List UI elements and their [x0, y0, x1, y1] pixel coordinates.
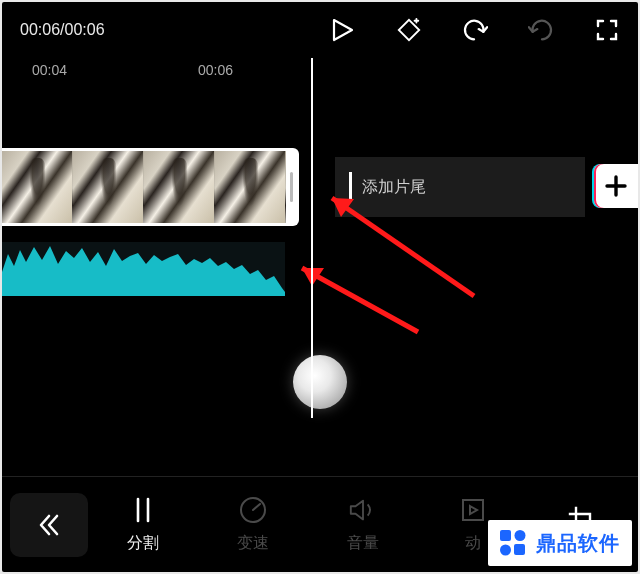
- svg-point-8: [500, 545, 511, 556]
- timeline-ruler[interactable]: 00:04 00:06: [2, 58, 638, 86]
- tool-split[interactable]: 分割: [88, 495, 198, 554]
- video-clip[interactable]: [2, 148, 299, 226]
- ruler-mark: 00:04: [32, 62, 67, 78]
- watermark: 鼎品软件: [488, 520, 632, 566]
- tool-speed[interactable]: 变速: [198, 495, 308, 554]
- tool-label: 动: [465, 533, 481, 554]
- svg-rect-6: [500, 530, 511, 541]
- add-ending-clip[interactable]: 添加片尾: [335, 157, 585, 217]
- redo-button[interactable]: [528, 17, 554, 43]
- timeline[interactable]: 添加片尾: [2, 86, 638, 456]
- tool-label: 变速: [237, 533, 269, 554]
- fullscreen-button[interactable]: [594, 17, 620, 43]
- back-button[interactable]: [10, 493, 88, 557]
- video-editor-app: 00:06/00:06: [2, 2, 638, 572]
- time-display: 00:06/00:06: [20, 21, 105, 39]
- undo-button[interactable]: [462, 17, 488, 43]
- clip-thumbnail: [215, 151, 286, 223]
- watermark-logo-icon: [496, 526, 530, 560]
- annotation-arrow: [278, 254, 428, 344]
- end-clip-label: 添加片尾: [362, 177, 426, 198]
- tool-label: 音量: [347, 533, 379, 554]
- animation-icon: [458, 495, 488, 525]
- end-clip-indicator: [349, 172, 352, 202]
- clip-trim-handle[interactable]: [286, 151, 296, 223]
- speed-icon: [238, 495, 268, 525]
- clip-thumbnail: [73, 151, 144, 223]
- top-actions: [330, 17, 620, 43]
- svg-rect-9: [514, 544, 525, 555]
- svg-rect-5: [463, 500, 483, 520]
- ruler-mark: 00:06: [198, 62, 233, 78]
- clip-thumbnail: [144, 151, 215, 223]
- split-icon: [128, 495, 158, 525]
- playhead[interactable]: [311, 58, 313, 418]
- record-button[interactable]: [293, 355, 347, 409]
- tool-label: 分割: [127, 533, 159, 554]
- watermark-text: 鼎品软件: [536, 530, 620, 557]
- add-clip-button[interactable]: [594, 164, 638, 208]
- play-button[interactable]: [330, 17, 356, 43]
- tool-volume[interactable]: 音量: [308, 495, 418, 554]
- volume-icon: [348, 495, 378, 525]
- clip-thumbnail: [2, 151, 73, 223]
- svg-marker-3: [302, 268, 324, 286]
- svg-point-7: [515, 530, 526, 541]
- audio-clip[interactable]: [2, 242, 285, 296]
- svg-line-2: [302, 268, 418, 332]
- record-row: [2, 342, 638, 422]
- keyframe-button[interactable]: [396, 17, 422, 43]
- top-bar: 00:06/00:06: [2, 2, 638, 58]
